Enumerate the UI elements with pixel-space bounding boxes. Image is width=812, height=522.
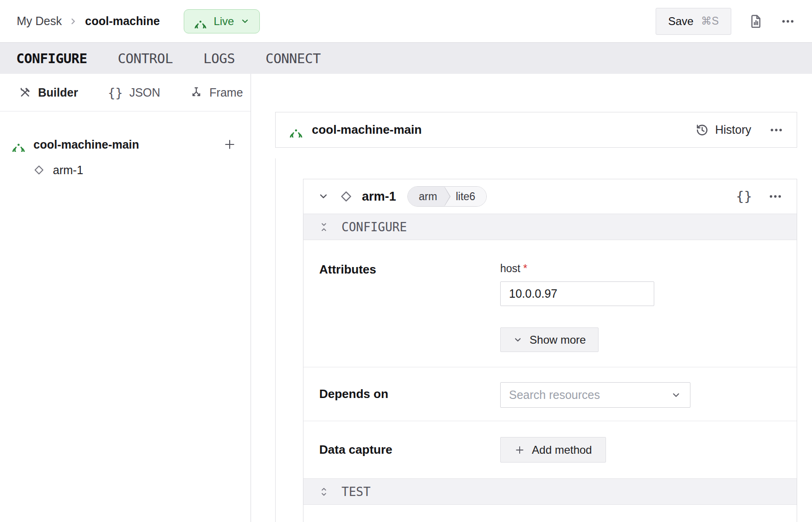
view-tab-builder-label: Builder <box>38 86 78 99</box>
resource-card-header: arm-1 arm lite6 {} <box>303 179 797 214</box>
view-tab-json[interactable]: {} JSON <box>108 86 160 99</box>
depends-on-select[interactable] <box>500 382 690 408</box>
group-card-header: cool-machine-main History <box>275 112 797 148</box>
tab-connect[interactable]: CONNECT <box>265 51 321 66</box>
show-more-label: Show more <box>529 333 586 346</box>
top-bar: My Desk cool-machine Live Save ⌘S <box>0 0 812 42</box>
expand-vertical-icon <box>318 486 329 497</box>
live-status-label: Live <box>213 15 234 28</box>
machine-signal-icon <box>193 14 207 28</box>
machine-signal-icon <box>11 137 26 152</box>
data-capture-row: Data capture Add method <box>303 421 797 478</box>
add-method-label: Add method <box>532 444 592 457</box>
add-method-button[interactable]: Add method <box>500 437 606 463</box>
history-label: History <box>715 123 751 137</box>
collapse-vertical-icon <box>318 222 329 233</box>
chevron-down-icon <box>240 16 250 26</box>
chevron-down-icon <box>670 390 682 401</box>
test-section-label: TEST <box>342 485 371 499</box>
view-tab-frame-label: Frame <box>209 86 243 99</box>
resource-card: arm-1 arm lite6 {} CONFIGURE <box>303 179 797 522</box>
tree-child-row[interactable]: arm-1 <box>0 157 251 183</box>
frame-axes-icon <box>190 86 203 99</box>
configure-section-bar[interactable]: CONFIGURE <box>303 214 797 240</box>
show-more-button[interactable]: Show more <box>500 327 599 352</box>
depends-on-label: Depends on <box>319 382 500 421</box>
ellipsis-icon <box>769 123 784 137</box>
plus-icon <box>514 444 525 456</box>
report-file-button[interactable] <box>748 13 764 29</box>
test-section-bar[interactable]: TEST <box>303 478 797 505</box>
save-shortcut: ⌘S <box>701 15 719 27</box>
hammer-wrench-icon <box>19 86 32 99</box>
main-tab-bar: CONFIGURE CONTROL LOGS CONNECT <box>0 42 812 74</box>
chevron-right-icon <box>68 16 78 26</box>
view-tab-frame[interactable]: Frame <box>190 86 243 99</box>
braces-icon: {} <box>108 86 123 99</box>
tab-control[interactable]: CONTROL <box>118 51 173 66</box>
attributes-row: Attributes host* Show more <box>303 240 797 367</box>
depends-on-row: Depends on <box>303 367 797 421</box>
plus-icon <box>223 137 237 151</box>
save-button-label: Save <box>668 15 694 28</box>
ellipsis-icon <box>780 14 795 29</box>
view-tab-builder[interactable]: Builder <box>19 86 78 99</box>
diamond-component-icon <box>339 189 354 204</box>
breadcrumb-current[interactable]: cool-machine <box>85 14 160 28</box>
configure-section-label: CONFIGURE <box>342 220 407 234</box>
history-button[interactable]: History <box>695 123 751 137</box>
breadcrumb-parent[interactable]: My Desk <box>17 14 62 28</box>
ellipsis-icon <box>768 189 783 204</box>
resource-title: arm-1 <box>362 189 396 204</box>
tree-connector-line <box>275 158 276 522</box>
tree-root-row[interactable]: cool-machine-main <box>0 132 251 157</box>
app-window: My Desk cool-machine Live Save ⌘S <box>0 0 812 522</box>
tree-root-label: cool-machine-main <box>33 138 139 151</box>
resource-menu-button[interactable] <box>768 189 783 204</box>
tree-child-label: arm-1 <box>53 163 83 177</box>
attributes-fields: host* Show more <box>500 262 654 367</box>
badge-type-segment: arm <box>408 187 445 206</box>
required-asterisk: * <box>523 262 527 274</box>
attributes-label: Attributes <box>319 262 500 367</box>
view-switcher: Builder {} JSON Frame <box>0 74 251 111</box>
file-chart-icon <box>748 13 764 29</box>
resource-header-actions: {} <box>736 189 783 204</box>
host-input[interactable] <box>500 281 654 306</box>
tab-logs[interactable]: LOGS <box>203 51 235 66</box>
view-tab-json-label: JSON <box>129 86 161 99</box>
group-card-title: cool-machine-main <box>312 123 422 137</box>
collapse-chevron-icon[interactable] <box>317 190 329 202</box>
chevron-down-icon <box>513 335 523 345</box>
save-button[interactable]: Save ⌘S <box>656 8 731 35</box>
sidebar: Builder {} JSON Frame <box>0 74 251 522</box>
host-field-label-line: host* <box>500 262 654 275</box>
group-card-menu-button[interactable] <box>769 123 784 137</box>
braces-icon: {} <box>736 189 752 204</box>
json-braces-button[interactable]: {} <box>736 190 752 203</box>
tab-configure[interactable]: CONFIGURE <box>16 51 87 66</box>
history-clock-icon <box>695 123 709 137</box>
search-resources-input[interactable] <box>509 388 670 402</box>
top-bar-actions: Save ⌘S <box>656 8 795 35</box>
host-field-label: host <box>500 262 520 274</box>
diamond-component-icon <box>32 163 45 176</box>
badge-model-segment: lite6 <box>445 187 486 206</box>
header-menu-button[interactable] <box>780 14 795 29</box>
resource-type-badge: arm lite6 <box>407 186 487 207</box>
live-status-button[interactable]: Live <box>184 9 260 33</box>
machine-signal-icon <box>289 123 303 137</box>
resource-tree: cool-machine-main arm-1 <box>0 111 251 183</box>
add-resource-button[interactable] <box>223 137 237 151</box>
data-capture-label: Data capture <box>319 443 500 457</box>
